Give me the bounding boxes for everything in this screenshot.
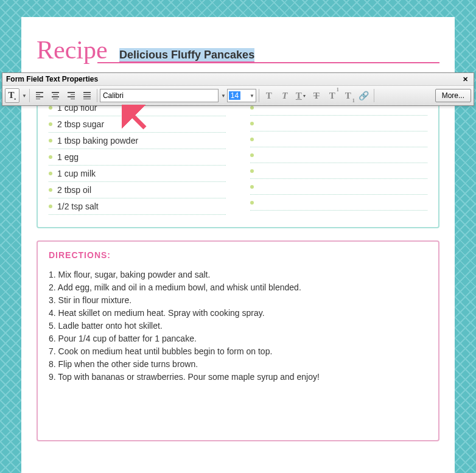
subscript-t-icon: T1 [345,91,351,101]
bullet-icon [49,122,52,126]
bullet-icon [250,153,254,157]
bullet-icon [49,205,52,208]
ingredient-text: 1 egg [57,152,79,162]
direction-line[interactable]: 3. Stir in flour mixture. [49,294,427,307]
toolbar-titlebar[interactable]: Form Field Text Properties ✕ [2,73,474,86]
font-size-select[interactable]: 14 ▼ [227,89,256,102]
bullet-icon [49,106,52,110]
direction-line[interactable]: 2. Add egg, milk and oil in a medium bow… [49,281,427,294]
close-icon[interactable]: ✕ [461,75,470,83]
bold-t-icon: T [266,91,272,101]
ingredient-row[interactable]: 1 egg [49,149,226,166]
bullet-icon [250,122,254,125]
ingredient-row[interactable] [250,116,427,131]
ingredient-row[interactable]: 1 cup milk [49,166,226,182]
bullet-icon [250,106,254,110]
ingredient-row[interactable] [250,131,427,147]
ingredient-row[interactable]: 1/2 tsp salt [49,198,226,215]
align-justify-button[interactable] [80,88,94,103]
ingredients-col-right [250,100,427,215]
bold-button[interactable]: T [262,88,276,103]
separator [97,89,97,102]
chevron-down-icon[interactable]: ▼ [221,93,226,99]
text-t-icon: T▪ [9,90,16,102]
toolbar-row: T▪ ▼ ▼ 14 ▼ T T T▾ T T1 T1 🔗 More... [2,86,474,105]
direction-line[interactable]: 5. Ladle batter onto hot skillet. [49,320,427,332]
align-left-button[interactable] [32,88,47,103]
align-center-button[interactable] [48,88,63,103]
direction-line[interactable]: 7. Cook on medium heat until bubbles beg… [49,345,427,358]
bullet-icon [250,169,254,173]
bullet-icon [49,172,52,175]
chevron-down-icon: ▾ [303,93,306,99]
align-right-button[interactable] [64,88,79,103]
page-title: Recipe [37,35,108,65]
ingredient-row[interactable]: 1 tbsp baking powder [49,133,226,149]
strikethrough-button[interactable]: T [309,88,324,103]
ingredient-text: 2 tbsp oil [57,185,91,195]
separator [29,89,30,102]
chevron-down-icon: ▼ [250,93,254,99]
direction-line[interactable]: 1. Mix flour, sugar, baking powder and s… [49,268,427,281]
ingredient-row[interactable]: 2 tbsp sugar [49,116,226,133]
underline-t-icon: T [296,91,302,101]
toolbar-title-text: Form Field Text Properties [6,75,98,83]
direction-line[interactable]: 8. Flip when the other side turns brown. [49,358,427,371]
form-field-text-properties-toolbar: Form Field Text Properties ✕ T▪ ▼ ▼ 14 ▼… [2,72,474,106]
font-family-select[interactable] [100,89,219,102]
direction-line[interactable]: 4. Heat skillet on medium heat. Spray wi… [49,307,427,320]
ingredient-row[interactable] [250,179,427,195]
bullet-icon [49,188,52,192]
bullet-icon [250,138,254,141]
directions-section: DIRECTIONS: 1. Mix flour, sugar, baking … [37,240,439,441]
ingredient-text: 1 tbsp baking powder [57,136,138,145]
bullet-icon [49,139,52,142]
italic-button[interactable]: T [278,88,292,103]
align-right-icon [68,92,75,99]
underline-button[interactable]: T▾ [293,88,308,103]
align-left-icon [36,92,43,99]
recipe-name-field[interactable]: Delicious Fluffy Pancakes [119,48,254,63]
ingredient-text: 2 tbsp sugar [57,119,104,129]
align-justify-icon [83,92,91,99]
subscript-button[interactable]: T1 [341,88,355,103]
ingredients-col-left: 1 cup flour 2 tbsp sugar 1 tbsp baking p… [49,100,226,215]
direction-line[interactable]: 9. Top with bananas or strawberries. Pou… [49,371,427,384]
superscript-button[interactable]: T1 [325,88,340,103]
text-tool-button[interactable]: T▪ [5,88,19,103]
bullet-icon [250,185,254,189]
title-row: Recipe Delicious Fluffy Pancakes [37,35,439,63]
superscript-t-icon: T1 [329,91,335,101]
ingredient-row[interactable] [250,163,427,179]
align-center-icon [52,92,59,99]
bullet-icon [49,155,52,159]
italic-t-icon: T [282,91,287,101]
direction-line[interactable]: 6. Pour 1/4 cup of batter for 1 pancake. [49,332,427,345]
ingredient-row[interactable]: 2 tbsp oil [49,182,226,198]
ingredient-text: 1/2 tsp salt [57,201,99,211]
chevron-down-icon[interactable]: ▼ [22,93,27,99]
more-button[interactable]: More... [435,89,471,102]
ingredient-row[interactable] [250,147,427,163]
separator [374,89,374,102]
directions-heading: DIRECTIONS: [49,250,427,260]
font-size-value: 14 [229,91,240,100]
ingredient-row[interactable] [250,195,427,211]
hyperlink-button[interactable]: 🔗 [357,88,371,103]
bullet-icon [250,201,254,205]
separator [259,89,259,102]
link-icon: 🔗 [359,91,369,100]
strike-t-icon: T [313,91,320,101]
ingredient-text: 1 cup milk [57,169,96,178]
